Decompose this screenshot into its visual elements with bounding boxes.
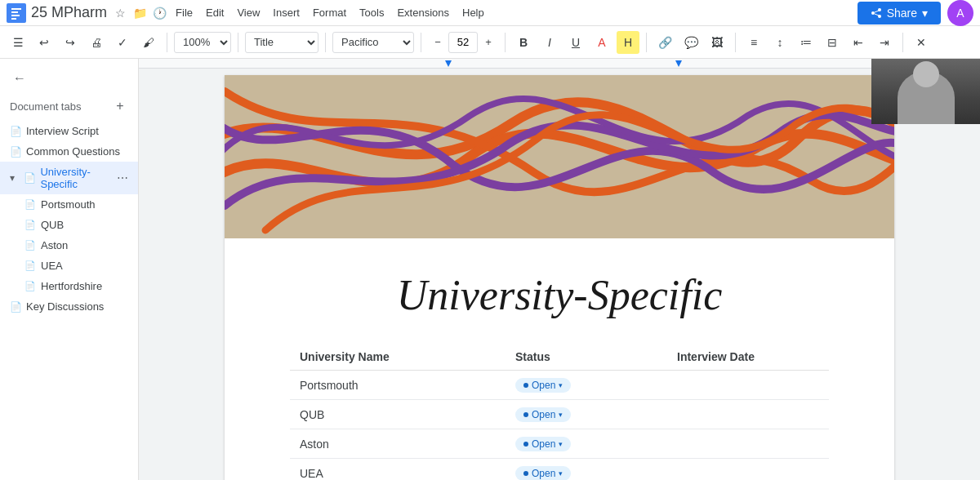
indent-increase-button[interactable]: ⇥	[873, 31, 896, 54]
cell-university-name: Portsmouth	[290, 371, 506, 400]
bold-button[interactable]: B	[512, 31, 535, 54]
share-button[interactable]: Share ▾	[858, 2, 941, 24]
cell-university-name: UEA	[290, 459, 506, 481]
image-button[interactable]: 🖼	[706, 31, 728, 54]
table-header-row: University Name Status Interview Date	[290, 344, 829, 371]
font-size-area: − +	[428, 32, 498, 53]
font-size-increase-button[interactable]: +	[479, 33, 498, 52]
sidebar-item-aston[interactable]: 📄 Aston	[0, 235, 138, 256]
sep8	[902, 33, 903, 52]
doc-icon-6: 📄	[24, 260, 36, 271]
sidebar-item-interview-script[interactable]: 📄 Interview Script	[0, 121, 138, 141]
sidebar-item-label-6: UEA	[41, 260, 63, 272]
status-badge[interactable]: Open▾	[515, 437, 571, 451]
clear-format-button[interactable]: ✕	[910, 31, 933, 54]
sidebar-item-label-2: University-Specific	[40, 166, 112, 190]
sidebar-item-portsmouth[interactable]: 📄 Portsmouth	[0, 194, 138, 215]
sidebar-item-label-1: Common Questions	[26, 145, 120, 158]
menu-format[interactable]: Format	[306, 3, 353, 22]
sidebar-section-label: Document tabs	[10, 100, 81, 113]
sidebar-item-hertfordshire[interactable]: 📄 Hertfordshire	[0, 276, 138, 296]
move-icon[interactable]: 📁	[131, 5, 148, 21]
sidebar-item-university-specific[interactable]: ▾ 📄 University-Specific ⋯	[0, 162, 138, 194]
menu-insert[interactable]: Insert	[266, 3, 306, 22]
doc-area: University-Specific University Name Stat…	[139, 59, 980, 480]
font-select[interactable]: Pacifico Arial Times New Roman Roboto	[332, 32, 414, 53]
italic-button[interactable]: I	[538, 31, 561, 54]
link-button[interactable]: 🔗	[653, 31, 676, 54]
document-title[interactable]: University-Specific	[290, 271, 829, 319]
status-label: Open	[532, 380, 555, 391]
spellcheck-button[interactable]: ✓	[111, 31, 134, 54]
menu-bar-right: Share ▾ A	[858, 0, 973, 26]
person-head	[913, 61, 939, 87]
zoom-select[interactable]: 100% 75% 125% 150%	[174, 32, 231, 53]
university-table: University Name Status Interview Date Po…	[290, 344, 829, 480]
line-spacing-button[interactable]: ↕	[768, 31, 791, 54]
sidebar-item-uea[interactable]: 📄 UEA	[0, 256, 138, 276]
status-label: Open	[532, 409, 555, 420]
align-button[interactable]: ≡	[742, 31, 765, 54]
redo-button[interactable]: ↪	[59, 31, 82, 54]
font-color-button[interactable]: A	[590, 31, 613, 54]
menu-extensions[interactable]: Extensions	[390, 3, 456, 22]
cell-interview-date	[667, 429, 829, 459]
sidebar-add-button[interactable]: +	[112, 98, 128, 114]
more-icon-2[interactable]: ⋯	[117, 171, 128, 184]
svg-rect-2	[11, 15, 20, 16]
camera-preview	[871, 59, 980, 124]
sep2	[238, 33, 238, 52]
underline-button[interactable]: U	[564, 31, 587, 54]
cell-university-name: QUB	[290, 400, 506, 429]
menu-help[interactable]: Help	[456, 3, 491, 22]
cell-university-name: Aston	[290, 429, 506, 459]
comment-button[interactable]: 💬	[679, 31, 702, 54]
table-row: UEAOpen▾	[290, 459, 829, 481]
sidebar-item-label-3: Portsmouth	[41, 198, 95, 211]
menu-tools[interactable]: Tools	[353, 3, 390, 22]
sidebar-item-qub[interactable]: 📄 QUB	[0, 215, 138, 235]
svg-rect-1	[11, 11, 18, 13]
numbered-list-button[interactable]: ⊟	[821, 31, 844, 54]
camera-person-view	[871, 59, 980, 124]
sidebar-item-common-questions[interactable]: 📄 Common Questions	[0, 141, 138, 162]
paint-format-button[interactable]: 🖌	[137, 31, 160, 54]
cell-status: Open▾	[506, 371, 667, 400]
undo-button[interactable]: ↩	[33, 31, 56, 54]
sep1	[167, 33, 167, 52]
user-avatar[interactable]: A	[947, 0, 973, 26]
menu-edit[interactable]: Edit	[199, 3, 230, 22]
toolbar: ☰ ↩ ↪ 🖨 ✓ 🖌 100% 75% 125% 150% Title Nor…	[0, 26, 980, 59]
history-icon[interactable]: 🕐	[151, 5, 167, 21]
cell-interview-date	[667, 371, 829, 400]
style-select[interactable]: Title Normal text Heading 1 Heading 2 He…	[245, 32, 318, 53]
status-badge[interactable]: Open▾	[515, 407, 571, 422]
chevron-down-icon: ▾	[10, 172, 19, 184]
sidebar-back-button[interactable]: ←	[10, 69, 29, 88]
print-button[interactable]: 🖨	[85, 31, 108, 54]
doc-icon-5: 📄	[24, 240, 36, 251]
sep3	[325, 33, 326, 52]
menus-button[interactable]: ☰	[7, 31, 29, 54]
sidebar-item-key-discussions[interactable]: 📄 Key Discussions	[0, 296, 138, 317]
sep4	[421, 33, 421, 52]
table-row: AstonOpen▾	[290, 429, 829, 459]
menu-file[interactable]: File	[169, 3, 199, 22]
doc-title-area: 25 MPharm ☆ 📁 🕐	[31, 4, 167, 21]
sidebar-header: ←	[0, 59, 138, 95]
menu-view[interactable]: View	[230, 3, 266, 22]
indent-decrease-button[interactable]: ⇤	[847, 31, 870, 54]
status-badge[interactable]: Open▾	[515, 378, 571, 393]
svg-line-7	[875, 11, 879, 12]
status-badge[interactable]: Open▾	[515, 466, 571, 480]
svg-rect-3	[11, 18, 16, 20]
font-size-decrease-button[interactable]: −	[428, 33, 448, 52]
font-size-input[interactable]	[448, 32, 478, 53]
status-label: Open	[532, 438, 555, 450]
col-header-date: Interview Date	[667, 344, 829, 371]
cell-status: Open▾	[506, 400, 667, 429]
highlight-button[interactable]: H	[617, 31, 639, 54]
star-icon[interactable]: ☆	[112, 5, 128, 21]
menu-bar-left: 25 MPharm ☆ 📁 🕐 File Edit View Insert Fo…	[7, 3, 858, 23]
list-button[interactable]: ≔	[795, 31, 817, 54]
